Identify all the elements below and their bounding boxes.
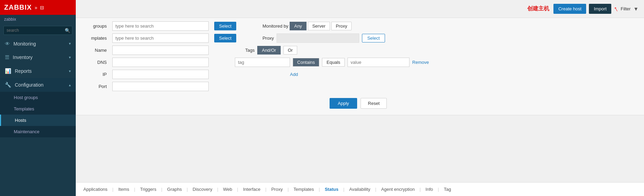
templates-search-input[interactable] [112, 33, 209, 43]
port-input[interactable] [112, 82, 209, 91]
filter-row-ip: IP Add [79, 70, 637, 79]
proxy-input[interactable] [277, 33, 359, 43]
tag-input[interactable] [235, 58, 290, 67]
monitoring-arrow-icon: ▾ [69, 41, 71, 46]
sidebar-item-hosts[interactable]: Hosts [0, 115, 76, 126]
reset-button[interactable]: Reset [361, 98, 387, 109]
monitored-by-proxy-button[interactable]: Proxy [331, 22, 352, 30]
table-header: Applications | Items | Triggers | Graphs… [76, 182, 644, 196]
logo-grid-icon: ⊟ [40, 5, 44, 10]
tag-contains-button[interactable]: Contains [293, 58, 319, 67]
proxy-label: Proxy [262, 36, 274, 41]
sidebar-item-reports-label: Reports [15, 68, 65, 74]
apply-button[interactable]: Apply [330, 98, 357, 109]
filter-panel: groups Select Monitored by Any Server Pr… [76, 18, 644, 115]
port-label: Port [79, 84, 107, 89]
sidebar-item-monitoring-label: Monitoring [13, 41, 65, 47]
inventory-arrow-icon: ▾ [69, 55, 71, 60]
sidebar-item-templates[interactable]: Templates [0, 103, 76, 115]
th-interface: Interface [239, 185, 265, 193]
monitored-by-label: Monitored by [262, 23, 288, 29]
search-icon: 🔍 [65, 28, 70, 33]
create-host-chinese-label: 创建主机 [527, 5, 549, 12]
templates-select-button[interactable]: Select [214, 34, 236, 42]
th-proxy: Proxy [267, 185, 287, 193]
name-input[interactable] [112, 46, 209, 55]
sidebar-item-configuration[interactable]: 🔧 Configuration ▴ [0, 78, 76, 92]
dns-label: DNS [79, 60, 107, 65]
logo-text: ZABBIX [4, 3, 32, 11]
configuration-arrow-icon: ▴ [69, 83, 71, 87]
sidebar-item-monitoring[interactable]: 👁 Monitoring ▾ [0, 37, 76, 50]
th-availability: Availability [345, 185, 374, 193]
tag-input-row: Contains Equals Remove [235, 58, 429, 67]
sidebar-item-configuration-label: Configuration [15, 82, 65, 88]
groups-label: groups [79, 23, 107, 29]
tags-andor-button[interactable]: And/Or [257, 46, 280, 55]
th-discovery: Discovery [188, 185, 216, 193]
th-applications: Applications [79, 185, 112, 193]
th-web: Web [219, 185, 237, 193]
th-triggers: Triggers [136, 185, 160, 193]
th-status[interactable]: Status [321, 185, 343, 193]
value-input[interactable] [347, 58, 409, 67]
sidebar-user: zabbix [0, 15, 76, 24]
create-host-button[interactable]: Create host [553, 4, 586, 14]
inventory-icon: ☰ [5, 54, 9, 60]
tag-equals-button[interactable]: Equals [322, 58, 345, 67]
arrow-up-icon: ↑ [612, 4, 620, 13]
sidebar-item-inventory-label: Inventory [13, 55, 65, 60]
filter-row-groups: groups Select Monitored by Any Server Pr… [79, 21, 637, 31]
templates-label: mplates [79, 36, 107, 41]
reports-arrow-icon: ▾ [69, 69, 71, 74]
groups-select-button[interactable]: Select [214, 22, 236, 30]
sidebar-search: 🔍 [0, 24, 76, 37]
remove-tag-link[interactable]: Remove [412, 60, 429, 65]
th-graphs: Graphs [163, 185, 186, 193]
configuration-icon: 🔧 [5, 82, 11, 88]
tags-or-button[interactable]: Or [283, 46, 297, 55]
name-label: Name [79, 48, 107, 53]
dns-input[interactable] [112, 58, 209, 67]
ip-input[interactable] [112, 70, 209, 79]
monitored-by-group: Monitored by Any Server Proxy [262, 22, 352, 30]
sidebar-item-maintenance[interactable]: Maintenance [0, 126, 76, 137]
filter-label: Filter [621, 6, 631, 11]
apply-row: Apply Reset [79, 94, 637, 111]
filter-row-templates: mplates Select Proxy Select [79, 33, 637, 43]
th-tag: Tag [440, 185, 455, 193]
add-tag-link[interactable]: Add [290, 72, 298, 77]
th-info: Info [422, 185, 437, 193]
top-bar: 创建主机 Create host Import ↑ Filter ▼ [76, 0, 644, 18]
ip-label: IP [79, 72, 107, 77]
th-agent-encryption: Agent encryption [377, 185, 419, 193]
tags-label: Tags [245, 48, 255, 53]
sidebar-logo: ZABBIX » ⊟ [0, 0, 76, 15]
sidebar-item-inventory[interactable]: ☰ Inventory ▾ [0, 50, 76, 64]
reports-icon: 📊 [5, 68, 11, 74]
logo-arrows-icon: » [34, 5, 37, 10]
filter-row-name: Name Tags And/Or Or [79, 46, 637, 55]
th-items: Items [114, 185, 134, 193]
configuration-subnav: Host groups Templates Hosts Maintenance [0, 92, 76, 137]
sidebar-item-reports[interactable]: 📊 Reports ▾ [0, 64, 76, 78]
import-button[interactable]: Import [589, 4, 611, 14]
tags-row: Tags And/Or Or [235, 46, 297, 55]
th-templates: Templates [289, 185, 318, 193]
sidebar-item-host-groups[interactable]: Host groups [0, 92, 76, 103]
sidebar: ZABBIX » ⊟ zabbix 🔍 👁 Monitoring ▾ ☰ Inv… [0, 0, 76, 196]
monitored-by-server-button[interactable]: Server [308, 22, 330, 30]
filter-row-dns: DNS Contains Equals Remove [79, 58, 637, 67]
proxy-select-button[interactable]: Select [362, 34, 385, 42]
groups-search-input[interactable] [112, 21, 209, 31]
filter-icon: ▼ [633, 6, 638, 12]
monitored-by-any-button[interactable]: Any [290, 22, 306, 30]
proxy-row: Proxy Select [262, 33, 385, 43]
search-input[interactable] [3, 26, 72, 35]
filter-row-port: Port [79, 82, 637, 91]
main-content: 创建主机 Create host Import ↑ Filter ▼ group… [76, 0, 644, 196]
monitoring-icon: 👁 [5, 41, 10, 47]
